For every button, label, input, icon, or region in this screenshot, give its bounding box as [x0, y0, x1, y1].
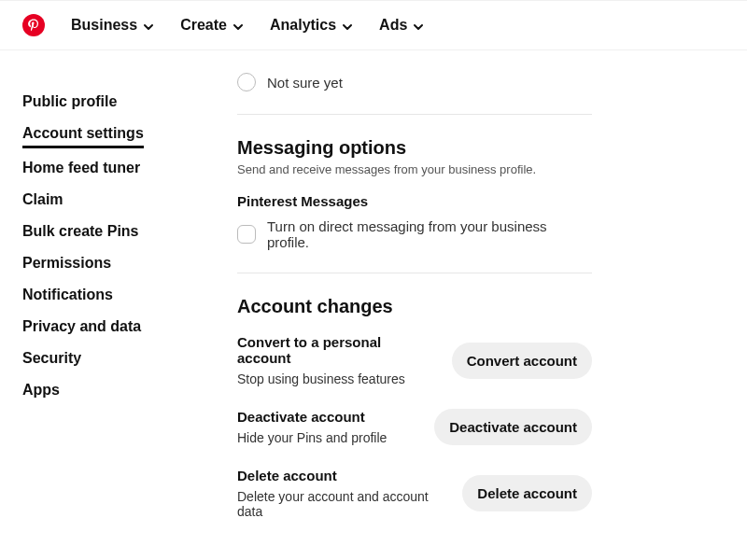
not-sure-label: Not sure yet [267, 75, 343, 91]
sidebar-item-notifications[interactable]: Notifications [22, 279, 200, 311]
delete-account-button[interactable]: Delete account [462, 475, 592, 511]
nav-business[interactable]: Business [71, 17, 154, 34]
sidebar-item-bulk-create-pins[interactable]: Bulk create Pins [22, 216, 200, 247]
nav-ads[interactable]: Ads [379, 17, 424, 34]
deactivate-desc: Hide your Pins and profile [237, 430, 419, 445]
pinterest-logo-icon[interactable] [22, 14, 45, 36]
checkbox-direct-messaging[interactable] [237, 225, 256, 244]
settings-sidebar: Public profile Account settings Home fee… [22, 73, 200, 541]
sidebar-item-privacy-data[interactable]: Privacy and data [22, 311, 200, 343]
convert-desc: Stop using business features [237, 371, 437, 386]
delete-desc: Delete your account and account data [237, 489, 447, 519]
delete-text: Delete account Delete your account and a… [237, 468, 447, 519]
messaging-desc: Send and receive messages from your busi… [237, 162, 592, 176]
convert-account-row: Convert to a personal account Stop using… [237, 334, 592, 386]
not-sure-option: Not sure yet [237, 73, 592, 91]
account-changes-section: Account changes Convert to a personal ac… [237, 296, 592, 519]
nav-create[interactable]: Create [180, 17, 244, 34]
radio-not-sure[interactable] [237, 73, 256, 91]
divider [237, 114, 592, 115]
deactivate-text: Deactivate account Hide your Pins and pr… [237, 409, 419, 445]
nav-label: Business [71, 17, 137, 34]
chevron-down-icon [342, 20, 353, 31]
pinterest-messages-title: Pinterest Messages [237, 193, 592, 209]
sidebar-item-apps[interactable]: Apps [22, 374, 200, 406]
nav-analytics[interactable]: Analytics [270, 17, 353, 34]
sidebar-item-account-settings[interactable]: Account settings [22, 118, 144, 148]
nav-label: Create [180, 17, 227, 34]
sidebar-item-claim[interactable]: Claim [22, 184, 200, 216]
sidebar-item-security[interactable]: Security [22, 343, 200, 374]
direct-messaging-label: Turn on direct messaging from your busin… [267, 218, 592, 250]
sidebar-item-public-profile[interactable]: Public profile [22, 86, 200, 118]
chevron-down-icon [143, 20, 154, 31]
deactivate-title: Deactivate account [237, 409, 419, 425]
sidebar-item-home-feed-tuner[interactable]: Home feed tuner [22, 152, 200, 184]
divider [237, 273, 592, 273]
messaging-section: Messaging options Send and receive messa… [237, 137, 592, 250]
deactivate-account-row: Deactivate account Hide your Pins and pr… [237, 409, 592, 445]
top-nav: Business Create Analytics Ads [0, 0, 747, 50]
delete-account-row: Delete account Delete your account and a… [237, 468, 592, 519]
account-changes-title: Account changes [237, 296, 592, 317]
svg-point-0 [22, 14, 45, 36]
messaging-title: Messaging options [237, 137, 592, 159]
main-content: Not sure yet Messaging options Send and … [237, 73, 592, 541]
nav-label: Analytics [270, 17, 336, 34]
chevron-down-icon [233, 20, 244, 31]
convert-title: Convert to a personal account [237, 334, 437, 366]
sidebar-item-permissions[interactable]: Permissions [22, 247, 200, 279]
convert-text: Convert to a personal account Stop using… [237, 334, 437, 386]
chevron-down-icon [413, 20, 424, 31]
nav-label: Ads [379, 17, 407, 34]
convert-account-button[interactable]: Convert account [452, 343, 592, 379]
direct-messaging-option: Turn on direct messaging from your busin… [237, 218, 592, 250]
delete-title: Delete account [237, 468, 447, 483]
deactivate-account-button[interactable]: Deactivate account [434, 409, 592, 445]
page-body: Public profile Account settings Home fee… [0, 50, 747, 560]
